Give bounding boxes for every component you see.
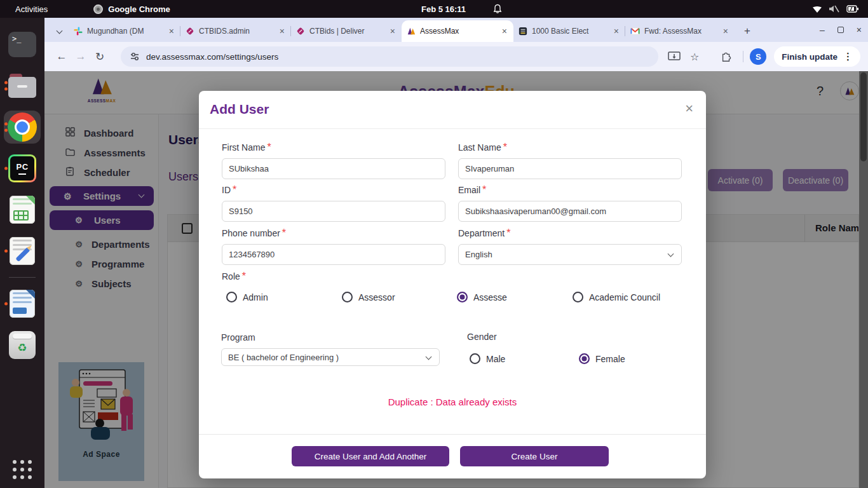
gender-option-label: Female [595,354,625,364]
radio-icon [573,292,583,302]
modal-header-divider [199,128,706,129]
scrollbar-thumb[interactable] [860,72,867,161]
tab-close-icon[interactable]: × [278,26,286,36]
tab-close-icon[interactable]: × [389,26,397,36]
required-asterisk: * [267,142,271,152]
last-name-input[interactable] [458,158,682,179]
close-window-button[interactable]: × [857,25,862,35]
dock: >_ PC [0,18,44,488]
tab-fwd-assessmax[interactable]: Fwd: AssessMax × [625,20,735,42]
browser-menu-icon[interactable]: ⋮ [843,51,853,62]
back-button[interactable]: ← [52,50,71,63]
dock-text-editor[interactable] [4,234,41,268]
dock-terminal[interactable]: >_ [4,28,41,61]
profile-avatar[interactable]: S [750,48,766,65]
id-input[interactable] [222,201,445,222]
tab-assessmax[interactable]: AssessMax × [402,20,513,42]
dock-trash[interactable]: ♻ [4,329,41,362]
new-tab-button[interactable]: + [738,22,756,40]
extensions-icon[interactable] [716,51,736,62]
minimize-button[interactable]: – [820,25,825,35]
install-icon[interactable] [664,51,684,62]
tab-close-icon[interactable]: × [168,26,175,36]
ctbids-icon [186,27,194,36]
site-settings-icon[interactable] [130,52,140,61]
role-option-assesse[interactable]: Assesse [457,292,573,302]
finish-update-button[interactable]: Finish update ⋮ [774,46,860,67]
focused-app-indicator[interactable]: Google Chrome [93,4,170,14]
terminal-icon: >_ [8,32,36,57]
modal-footer-divider [199,434,706,435]
dock-pycharm[interactable]: PC [4,152,41,185]
required-asterisk: * [482,184,486,195]
page-viewport: ASSESSMAX AssessMaxEdu ? [44,71,868,488]
show-apps-button[interactable] [13,460,32,479]
dock-chrome[interactable] [4,111,41,144]
department-select[interactable]: English [458,244,682,265]
close-icon[interactable]: × [685,100,693,117]
role-option-assessor[interactable]: Assessor [342,292,457,302]
modal-title: Add User [210,102,269,117]
reload-button[interactable]: ↻ [90,50,109,64]
focused-app-label: Google Chrome [108,4,170,14]
first-name-input[interactable] [222,158,445,179]
tab-1000-basic[interactable]: 1000 Basic Elect × [513,20,625,42]
role-options: Admin Assessor Assesse Academic Cou [222,292,682,302]
activities-button[interactable]: Activities [15,4,48,14]
gender-option-female[interactable]: Female [579,353,625,364]
system-top-bar: Activities Google Chrome Feb 5 16:11 [0,0,868,18]
first-name-label: First Name [222,142,265,152]
restore-button[interactable] [837,27,844,33]
chrome-icon [8,112,37,142]
system-status-icons[interactable] [812,4,859,13]
tab-ctbids-admin[interactable]: CTBIDS.admin × [180,20,291,42]
dock-libreoffice-calc[interactable] [4,193,41,226]
tab-search-button[interactable] [51,22,67,39]
address-bar[interactable]: dev.assessmax.com/settings/users [121,46,658,67]
tab-strip: Mugundhan (DM × CTBIDS.admin × CTBids | … [44,18,868,42]
role-option-label: Academic Council [589,292,660,302]
bookmark-star-icon[interactable]: ☆ [684,51,705,63]
running-dots [4,81,8,91]
program-value: BE ( bachelor of Engineering ) [228,353,339,362]
radio-checked-icon [579,353,590,364]
chrome-icon [93,4,103,14]
assessmax-icon [407,27,416,36]
gender-label: Gender [467,332,497,342]
toolbar-separator [743,51,743,62]
dock-files[interactable] [4,69,41,102]
ctbids-icon [296,27,305,36]
battery-icon [846,5,859,13]
role-option-academic-council[interactable]: Academic Council [573,292,660,302]
text-editor-icon [10,237,35,265]
tab-close-icon[interactable]: × [613,26,620,36]
forward-button[interactable]: → [71,50,90,63]
gender-option-male[interactable]: Male [470,353,579,364]
create-user-add-another-button[interactable]: Create User and Add Another [292,446,449,466]
notification-bell-icon [493,4,502,16]
tab-title: AssessMax [420,27,496,36]
error-message: Duplicate : Data already exists [199,396,706,407]
browser-window: Mugundhan (DM × CTBIDS.admin × CTBids | … [44,18,868,488]
email-label: Email [458,185,480,195]
tab-close-icon[interactable]: × [501,26,508,36]
page-scrollbar[interactable] [859,71,868,488]
department-label: Department [458,228,505,238]
gmail-icon [630,27,640,35]
create-user-button[interactable]: Create User [460,446,609,466]
dock-libreoffice-writer[interactable] [4,287,41,320]
tab-mugundhan[interactable]: Mugundhan (DM × [69,20,180,42]
email-input[interactable] [458,201,682,222]
screen: Activities Google Chrome Feb 5 16:11 >_ [0,0,868,488]
role-option-admin[interactable]: Admin [226,292,342,302]
required-asterisk: * [506,227,510,238]
required-asterisk: * [282,227,286,238]
tab-ctbids-deliver[interactable]: CTBids | Deliver × [291,20,402,42]
role-field: Role* Admin Assessor Assesse [222,271,682,302]
running-dots [4,302,8,306]
program-select[interactable]: BE ( bachelor of Engineering ) [221,348,440,366]
tab-close-icon[interactable]: × [722,26,729,36]
role-option-label: Admin [243,292,268,302]
phone-input[interactable] [222,244,445,265]
clock[interactable]: Feb 5 16:11 [421,4,466,14]
